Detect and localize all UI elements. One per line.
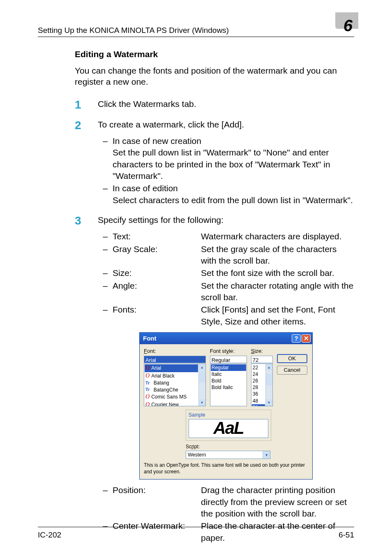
- font-style-label: Font style:: [210, 348, 247, 355]
- chevron-down-icon[interactable]: ▾: [199, 399, 205, 406]
- sub-title: In case of edition: [113, 183, 354, 194]
- chapter-number: 6: [344, 16, 354, 35]
- list-item[interactable]: Tr Batang: [145, 380, 198, 386]
- setting-label: Angle:: [113, 280, 201, 303]
- size-input[interactable]: 72: [251, 356, 273, 363]
- sub-desc: Set the pull down list in "Watermark" to…: [113, 147, 354, 182]
- footer-left: IC-202: [38, 531, 61, 540]
- bullet-dash: –: [98, 231, 113, 242]
- scrollbar[interactable]: ▴ ▾: [198, 364, 205, 406]
- chevron-up-icon[interactable]: ▴: [266, 364, 272, 371]
- dialog-title: Font: [143, 334, 156, 343]
- list-item[interactable]: 24: [252, 371, 265, 378]
- cancel-button[interactable]: Cancel: [277, 366, 307, 375]
- ok-button[interactable]: OK: [277, 354, 307, 363]
- footer-right: 6-51: [339, 531, 354, 540]
- step-text: To create a watermark, click the [Add].: [98, 119, 354, 130]
- list-item[interactable]: Italic: [211, 371, 246, 378]
- list-item[interactable]: 36: [252, 391, 265, 397]
- font-list[interactable]: OArial OArial Black Tr Batang Tr BatangC…: [144, 364, 206, 406]
- step-text: Click the Watermarks tab.: [98, 98, 354, 111]
- list-item[interactable]: Bold: [211, 378, 246, 384]
- sample-preview: AaL: [189, 419, 268, 438]
- bullet-dash: –: [98, 280, 113, 303]
- script-value: Western: [186, 451, 263, 459]
- setting-label: Fonts:: [113, 304, 201, 327]
- chevron-up-icon[interactable]: ▴: [199, 364, 205, 371]
- bullet-dash: –: [98, 304, 113, 327]
- sub-desc: Select characters to edit from the pull …: [113, 195, 354, 206]
- bullet-dash: –: [98, 243, 113, 267]
- bullet-dash: –: [98, 267, 113, 279]
- list-item[interactable]: OArial: [145, 364, 198, 372]
- size-list[interactable]: 22 24 26 28 36 48 72 ▴: [251, 364, 273, 406]
- list-item[interactable]: OArial Black: [145, 372, 198, 380]
- setting-desc: Set the font size with the scroll bar.: [201, 267, 354, 279]
- help-icon[interactable]: ?: [292, 334, 301, 343]
- scrollbar[interactable]: ▴ ▾: [265, 364, 272, 406]
- setting-label: Text:: [113, 231, 201, 242]
- list-item[interactable]: OCourier New: [145, 401, 198, 406]
- list-item[interactable]: Tr BatangChe: [145, 387, 198, 393]
- chevron-down-icon[interactable]: ▾: [266, 399, 272, 406]
- close-icon[interactable]: ✕: [302, 334, 311, 343]
- size-label: Size:: [251, 348, 273, 355]
- list-item[interactable]: 48: [252, 398, 265, 404]
- list-item[interactable]: 28: [252, 384, 265, 391]
- setting-label: Position:: [113, 484, 201, 519]
- setting-label: Gray Scale:: [113, 243, 201, 267]
- bullet-dash: –: [98, 135, 113, 182]
- font-style-list[interactable]: Regular Italic Bold Bold Italic: [210, 364, 247, 406]
- list-item[interactable]: OComic Sans MS: [145, 393, 198, 401]
- running-header: Setting Up the KONICA MINOLTA PS Driver …: [38, 26, 229, 35]
- step-number: 2: [75, 119, 98, 207]
- sub-title: In case of new creation: [113, 135, 354, 147]
- bullet-dash: –: [98, 183, 113, 206]
- section-intro: You can change the fonts and position of…: [75, 65, 354, 88]
- setting-label: Size:: [113, 267, 201, 279]
- list-item[interactable]: Regular: [211, 364, 246, 371]
- script-select[interactable]: Western ▾: [186, 451, 270, 459]
- setting-desc: Set the character rotating angle with th…: [201, 280, 354, 303]
- setting-desc: Drag the character printing position dir…: [201, 484, 354, 519]
- font-style-input[interactable]: Regular: [210, 356, 247, 363]
- setting-desc: Watermark characters are displayed.: [201, 231, 354, 242]
- step-number: 3: [75, 214, 98, 544]
- section-title: Editing a Watermark: [75, 49, 354, 59]
- bullet-dash: –: [98, 484, 113, 519]
- setting-desc: Click [Fonts] and set the Font, Font Sty…: [201, 304, 354, 327]
- font-dialog: Font ? ✕ Font: Arial: [139, 332, 313, 480]
- font-label: Font:: [144, 348, 206, 355]
- list-item[interactable]: 22: [252, 364, 265, 371]
- step-text: Specify settings for the following:: [98, 214, 354, 226]
- step-number: 1: [75, 98, 98, 111]
- list-item[interactable]: Bold Italic: [211, 384, 246, 391]
- dialog-footnote: This is an OpenType font. This same font…: [144, 462, 308, 475]
- setting-desc: Set the gray scale of the characters wit…: [201, 243, 354, 267]
- script-label: Script:: [186, 443, 271, 450]
- chevron-down-icon[interactable]: ▾: [263, 451, 270, 459]
- font-input[interactable]: Arial: [144, 356, 206, 363]
- sample-frame: Sample AaL: [186, 410, 271, 441]
- list-item[interactable]: 26: [252, 378, 265, 384]
